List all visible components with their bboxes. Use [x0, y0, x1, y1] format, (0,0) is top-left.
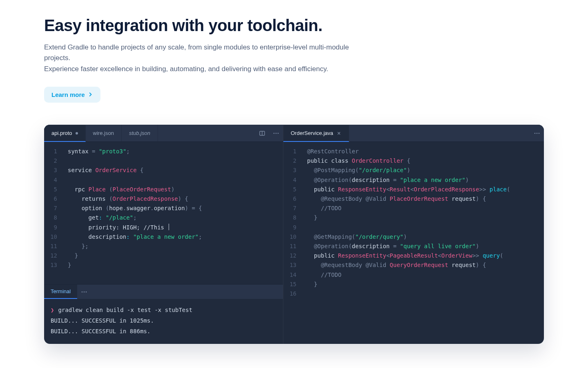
tab-wire-json[interactable]: wire.json — [86, 125, 122, 141]
split-editor-icon[interactable] — [255, 125, 269, 141]
more-icon[interactable] — [77, 285, 91, 299]
line-number: 1 — [283, 147, 302, 156]
terminal-output[interactable]: ❯gradlew clean build -x test -x stubTest… — [44, 299, 283, 344]
code-text: @Operation(description = "query all live… — [302, 242, 544, 251]
code-text: description: "place a new order"; — [63, 232, 283, 242]
code-line: 3service OrderService { — [44, 166, 283, 175]
code-line: 4 @Operation(description = "place a new … — [283, 175, 544, 185]
learn-more-button[interactable]: Learn more — [44, 87, 100, 103]
line-number: 8 — [44, 213, 63, 222]
editor-right-pane: OrderService.java 1@RestController2publi… — [283, 125, 544, 344]
svg-point-6 — [84, 291, 85, 292]
code-text — [63, 175, 283, 185]
code-text: returns (OrderPlacedResponse) { — [63, 194, 283, 204]
right-code-area[interactable]: 1@RestController2public class OrderContr… — [283, 142, 544, 344]
svg-point-9 — [537, 132, 538, 134]
code-line: 3 @PostMapping("/order/place") — [283, 166, 544, 175]
code-text: @PostMapping("/order/place") — [302, 166, 544, 175]
line-number: 9 — [44, 223, 63, 232]
code-text: get: "/place"; — [63, 213, 283, 222]
learn-more-label: Learn more — [51, 91, 85, 98]
line-number: 10 — [283, 232, 302, 242]
code-line: 7 option (hope.swagger.operation) = { — [44, 204, 283, 213]
prompt-icon: ❯ — [51, 307, 54, 313]
code-line: 6 @RequestBody @Valid PlaceOrderRequest … — [283, 194, 544, 204]
code-line: 12 } — [44, 251, 283, 260]
code-text — [302, 289, 544, 298]
right-tab-bar: OrderService.java — [283, 125, 544, 142]
code-text: syntax = "proto3"; — [63, 147, 283, 156]
code-text: } — [302, 280, 544, 289]
line-number: 1 — [44, 147, 63, 156]
line-number: 3 — [44, 166, 63, 175]
code-text: @RestController — [302, 147, 544, 156]
subtitle-line-1: Extend Gradle to handle projects of any … — [44, 43, 349, 62]
more-icon[interactable] — [269, 125, 283, 141]
subtitle-line-2: Experience faster excellence in building… — [44, 65, 328, 73]
line-number: 14 — [283, 270, 302, 280]
terminal-text: gradlew clean build -x test -x stubTest — [58, 307, 192, 313]
left-tab-bar: api.protowire.jsonstub.json — [44, 125, 283, 142]
code-line: 2public class OrderController { — [283, 156, 544, 166]
code-text: public ResponseEntity<PageableResult<Ord… — [302, 251, 544, 260]
code-text: option (hope.swagger.operation) = { — [63, 204, 283, 213]
code-line: 8 get: "/place"; — [44, 213, 283, 222]
code-text — [63, 156, 283, 166]
terminal-line: BUILD... SUCCESSFUL in 1025ms. — [51, 315, 276, 326]
code-text: } — [63, 260, 283, 270]
line-number: 15 — [283, 280, 302, 289]
terminal-text: BUILD... SUCCESSFUL in 886ms. — [51, 328, 150, 334]
line-number: 7 — [44, 204, 63, 213]
code-text: service OrderService { — [63, 166, 283, 175]
line-number: 11 — [283, 242, 302, 251]
code-line: 1@RestController — [283, 147, 544, 156]
svg-point-3 — [276, 132, 277, 134]
line-number: 7 — [283, 204, 302, 213]
terminal-tab[interactable]: Terminal — [44, 285, 77, 299]
code-text — [302, 223, 544, 232]
line-number: 2 — [283, 156, 302, 166]
terminal-line: BUILD... SUCCESSFUL in 886ms. — [51, 326, 276, 337]
line-number: 13 — [283, 260, 302, 270]
tab-api-proto[interactable]: api.proto — [44, 125, 86, 142]
svg-point-2 — [274, 132, 275, 134]
line-number: 4 — [283, 175, 302, 185]
line-number: 5 — [44, 185, 63, 194]
more-icon[interactable] — [530, 125, 544, 141]
modified-dot-icon — [76, 132, 78, 135]
code-line: 11 }; — [44, 242, 283, 251]
code-text: @GetMapping("/order/query") — [302, 232, 544, 242]
line-number: 13 — [44, 260, 63, 270]
code-line: 10 @GetMapping("/order/query") — [283, 232, 544, 242]
line-number: 11 — [44, 242, 63, 251]
line-number: 4 — [44, 175, 63, 185]
terminal-line: ❯gradlew clean build -x test -x stubTest — [51, 305, 276, 315]
tab-label: wire.json — [93, 130, 114, 136]
tab-label: OrderService.java — [291, 130, 333, 136]
line-number: 2 — [44, 156, 63, 166]
svg-point-7 — [86, 291, 87, 292]
code-text: @RequestBody @Valid QueryOrderRequest re… — [302, 260, 544, 270]
code-line: 15 } — [283, 280, 544, 289]
page-subtitle: Extend Gradle to handle projects of any … — [44, 42, 354, 74]
tab-stub-json[interactable]: stub.json — [122, 125, 158, 141]
line-number: 5 — [283, 185, 302, 194]
code-line: 7 //TODO — [283, 204, 544, 213]
code-line: 9 priority: HIGH; //This — [44, 223, 283, 232]
line-number: 12 — [44, 251, 63, 260]
code-text: @RequestBody @Valid PlaceOrderRequest re… — [302, 194, 544, 204]
code-text: } — [302, 213, 544, 222]
left-code-area[interactable]: 1syntax = "proto3";23service OrderServic… — [44, 142, 283, 284]
code-line: 13 @RequestBody @Valid QueryOrderRequest… — [283, 260, 544, 270]
line-number: 6 — [44, 194, 63, 204]
svg-point-10 — [539, 132, 540, 134]
code-line: 13} — [44, 260, 283, 270]
tab-label: stub.json — [129, 130, 150, 136]
tab-label: api.proto — [51, 130, 72, 136]
code-line: 10 description: "place a new order"; — [44, 232, 283, 242]
tab-orderservice-java[interactable]: OrderService.java — [283, 125, 349, 142]
svg-point-8 — [535, 132, 536, 134]
code-text: priority: HIGH; //This — [63, 223, 283, 232]
close-icon[interactable] — [336, 131, 341, 136]
line-number: 6 — [283, 194, 302, 204]
